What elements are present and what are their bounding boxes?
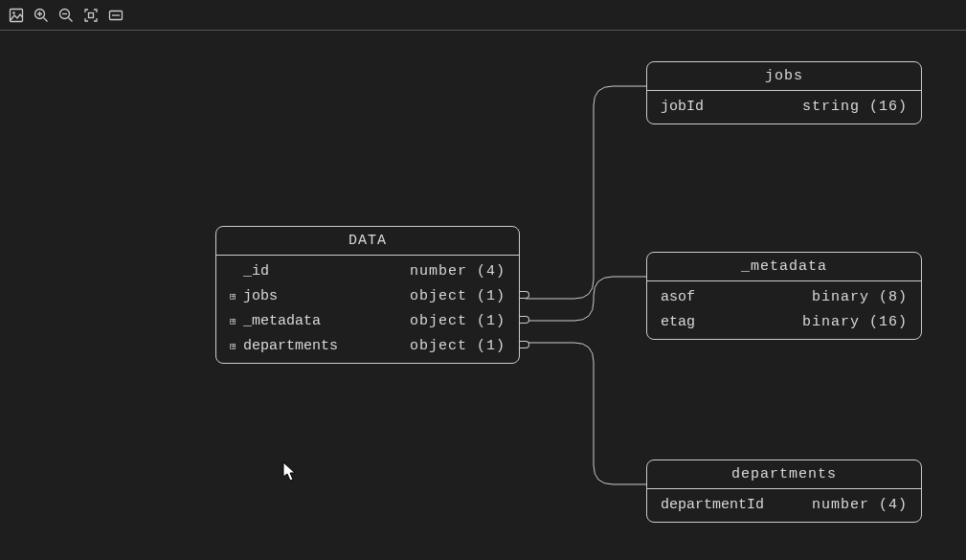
expand-icon[interactable]: ⊞ — [230, 336, 243, 357]
field-name: jobId — [661, 97, 704, 118]
save-image-icon[interactable] — [8, 7, 25, 24]
entity-title: jobs — [647, 62, 921, 91]
connector-port — [520, 341, 529, 348]
expand-icon[interactable]: ⊞ — [230, 311, 243, 332]
entity-title: departments — [647, 460, 921, 489]
entity-title: DATA — [216, 227, 519, 256]
entity-departments[interactable]: departments departmentId number (4) — [646, 459, 922, 523]
entity-jobs[interactable]: jobs jobId string (16) — [646, 61, 922, 124]
diagram-canvas[interactable]: DATA _id number (4) ⊞ jobs object (1) ⊞ … — [0, 31, 966, 560]
svg-rect-4 — [89, 12, 94, 17]
field-type: object (1) — [410, 286, 505, 307]
mouse-cursor-icon — [282, 461, 298, 482]
zoom-in-icon[interactable] — [33, 7, 50, 24]
field-type: number (4) — [812, 495, 908, 516]
field-type: object (1) — [410, 336, 505, 357]
field-type: string (16) — [802, 97, 908, 118]
field-row: _id number (4) — [216, 259, 519, 284]
connector-port — [520, 316, 529, 324]
field-name: asof — [661, 287, 695, 308]
field-type: number (4) — [410, 261, 505, 282]
field-name: etag — [661, 312, 695, 333]
field-name: departments — [243, 336, 338, 357]
field-row: departmentId number (4) — [647, 493, 921, 518]
svg-point-1 — [12, 11, 15, 14]
field-name: departmentId — [661, 495, 764, 516]
field-name: jobs — [243, 286, 278, 307]
field-row: etag binary (16) — [647, 310, 921, 335]
field-type: object (1) — [410, 311, 505, 332]
entity-metadata[interactable]: _metadata asof binary (8) etag binary (1… — [646, 252, 922, 340]
entity-title: _metadata — [647, 253, 921, 281]
field-row: ⊞ jobs object (1) — [216, 284, 519, 309]
field-name: _metadata — [243, 311, 321, 332]
entity-data[interactable]: DATA _id number (4) ⊞ jobs object (1) ⊞ … — [215, 226, 520, 364]
field-row: asof binary (8) — [647, 285, 921, 310]
field-row: ⊞ _metadata object (1) — [216, 309, 519, 334]
field-name: _id — [243, 261, 269, 282]
zoom-out-icon[interactable] — [57, 7, 75, 24]
field-row: ⊞ departments object (1) — [216, 334, 519, 359]
connector-port — [520, 291, 529, 299]
fit-screen-icon[interactable] — [82, 7, 100, 24]
field-type: binary (16) — [802, 312, 908, 333]
field-row: jobId string (16) — [647, 95, 921, 120]
expand-icon[interactable]: ⊞ — [230, 286, 243, 307]
fullscreen-icon[interactable] — [107, 7, 124, 24]
field-type: binary (8) — [812, 287, 908, 308]
toolbar — [0, 0, 966, 31]
